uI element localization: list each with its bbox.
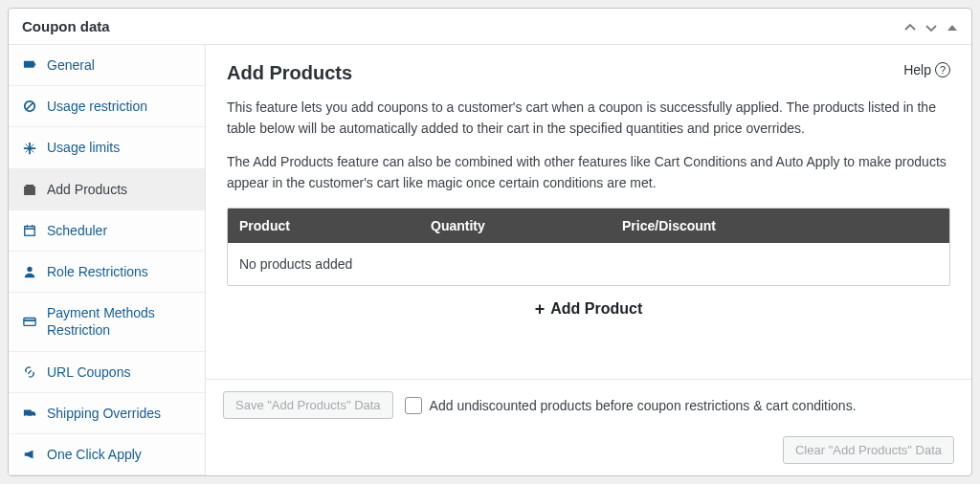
restriction-icon: [22, 99, 37, 115]
svg-line-1: [27, 103, 33, 110]
sidebar-item-label: Payment Methods Restriction: [47, 304, 191, 339]
content-header: Add Products Help ?: [227, 62, 950, 98]
sidebar-item-scheduler[interactable]: Scheduler: [9, 210, 205, 252]
sidebar-item-payment-methods[interactable]: Payment Methods Restriction: [9, 293, 205, 351]
link-icon: [22, 363, 37, 380]
sidebar-item-general[interactable]: General: [9, 45, 205, 86]
checkbox-icon[interactable]: [405, 397, 422, 414]
sidebar-item-label: One Click Apply: [47, 446, 142, 463]
products-table: Product Quantity Price/Discount No produ…: [227, 208, 950, 286]
add-product-button[interactable]: + Add Product: [535, 299, 643, 319]
help-icon: ?: [935, 62, 950, 77]
panel-move-up-icon[interactable]: [904, 19, 916, 34]
sidebar-item-url-coupons[interactable]: URL Coupons: [9, 352, 205, 393]
panel-toggle-icon[interactable]: [947, 19, 958, 34]
add-product-label: Add Product: [550, 300, 642, 318]
sidebar-item-label: Shipping Overrides: [47, 405, 161, 422]
sidebar-item-role-restrictions[interactable]: Role Restrictions: [9, 252, 205, 293]
sidebar-item-label: Scheduler: [47, 222, 107, 239]
sidebar: General Usage restriction Usage limits A…: [9, 45, 206, 475]
limits-icon: [22, 140, 37, 156]
sidebar-item-label: General: [47, 56, 95, 74]
help-label: Help: [903, 62, 931, 77]
panel-header: Coupon data: [9, 9, 971, 45]
coupon-data-panel: Coupon data General: [8, 8, 972, 476]
sidebar-item-label: Add Products: [47, 181, 127, 198]
undiscounted-checkbox-wrap[interactable]: Add undiscounted products before coupon …: [405, 397, 857, 414]
th-price: Price/Discount: [622, 218, 938, 233]
svg-rect-6: [25, 227, 35, 236]
calendar-icon: [22, 222, 37, 238]
page-title: Add Products: [227, 62, 352, 84]
sidebar-item-label: Usage limits: [47, 139, 120, 156]
sidebar-item-label: Usage restriction: [47, 98, 147, 115]
save-button[interactable]: Save "Add Products" Data: [223, 391, 393, 419]
panel-controls: [904, 19, 958, 34]
clear-button[interactable]: Clear "Add Products" Data: [783, 436, 954, 464]
general-icon: [22, 57, 37, 74]
sidebar-item-label: URL Coupons: [47, 363, 130, 381]
svg-point-14: [32, 415, 34, 418]
panel-title: Coupon data: [22, 18, 110, 34]
main-content: Add Products Help ? This feature lets yo…: [206, 45, 971, 379]
svg-point-10: [27, 267, 32, 272]
footer-bar: Save "Add Products" Data Add undiscounte…: [206, 379, 971, 475]
table-empty-row: No products added: [228, 243, 949, 285]
truck-icon: [22, 405, 37, 421]
checkbox-label: Add undiscounted products before coupon …: [430, 398, 857, 413]
sidebar-item-shipping-overrides[interactable]: Shipping Overrides: [9, 393, 205, 434]
user-icon: [22, 264, 37, 280]
description-2: The Add Products feature can also be com…: [227, 152, 950, 193]
megaphone-icon: [22, 447, 37, 463]
svg-rect-11: [24, 319, 35, 326]
th-product: Product: [239, 218, 431, 233]
sidebar-item-usage-restriction[interactable]: Usage restriction: [9, 86, 205, 127]
th-quantity: Quantity: [431, 218, 622, 233]
help-link[interactable]: Help ?: [903, 62, 950, 77]
svg-point-13: [25, 415, 28, 418]
plus-icon: +: [535, 299, 546, 319]
products-icon: [22, 181, 37, 197]
sidebar-item-label: Role Restrictions: [47, 263, 148, 280]
card-icon: [22, 314, 37, 330]
sidebar-item-one-click-apply[interactable]: One Click Apply: [9, 434, 205, 475]
sidebar-item-usage-limits[interactable]: Usage limits: [9, 127, 205, 168]
description-1: This feature lets you add coupons to a c…: [227, 98, 950, 139]
panel-move-down-icon[interactable]: [925, 19, 937, 34]
sidebar-item-add-products[interactable]: Add Products: [9, 169, 205, 210]
panel-body: General Usage restriction Usage limits A…: [9, 45, 971, 475]
table-header: Product Quantity Price/Discount: [228, 209, 949, 243]
main-area: Add Products Help ? This feature lets yo…: [206, 45, 971, 475]
add-product-row: + Add Product: [227, 286, 950, 325]
